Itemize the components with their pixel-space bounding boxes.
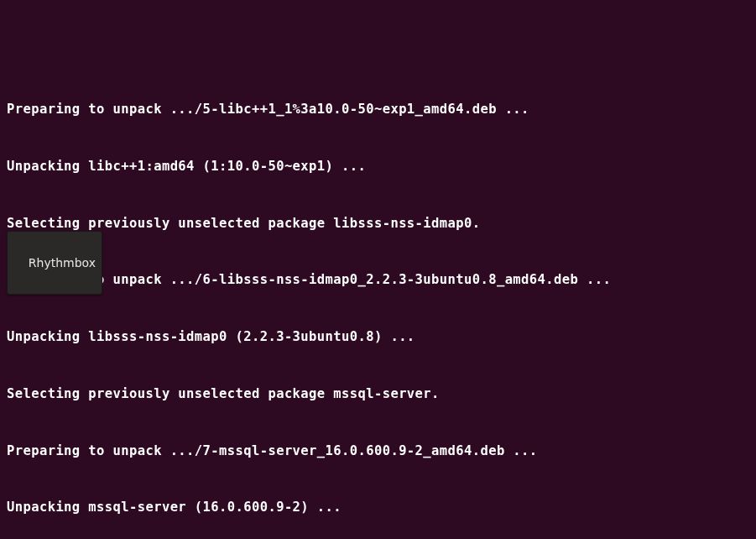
terminal-line: Selecting previously unselected package … bbox=[7, 385, 749, 404]
terminal-line: Unpacking mssql-server (16.0.600.9-2) ..… bbox=[7, 498, 749, 517]
terminal-line: Preparing to unpack .../7-mssql-server_1… bbox=[7, 442, 749, 461]
terminal-window[interactable]: Rhythmbox Preparing to unpack .../5-libc… bbox=[0, 0, 756, 539]
terminal-line: Selecting previously unselected package … bbox=[7, 214, 749, 233]
rhythmbox-tooltip: Rhythmbox bbox=[7, 231, 102, 295]
terminal-line: Preparing to unpack .../5-libc++1_1%3a10… bbox=[7, 100, 749, 119]
tooltip-text: Rhythmbox bbox=[29, 256, 96, 270]
terminal-line: Unpacking libc++1:amd64 (1:10.0-50~exp1)… bbox=[7, 157, 749, 176]
terminal-line: Preparing to unpack .../6-libsss-nss-idm… bbox=[7, 270, 749, 290]
terminal-line: Unpacking libsss-nss-idmap0 (2.2.3-3ubun… bbox=[7, 327, 749, 347]
